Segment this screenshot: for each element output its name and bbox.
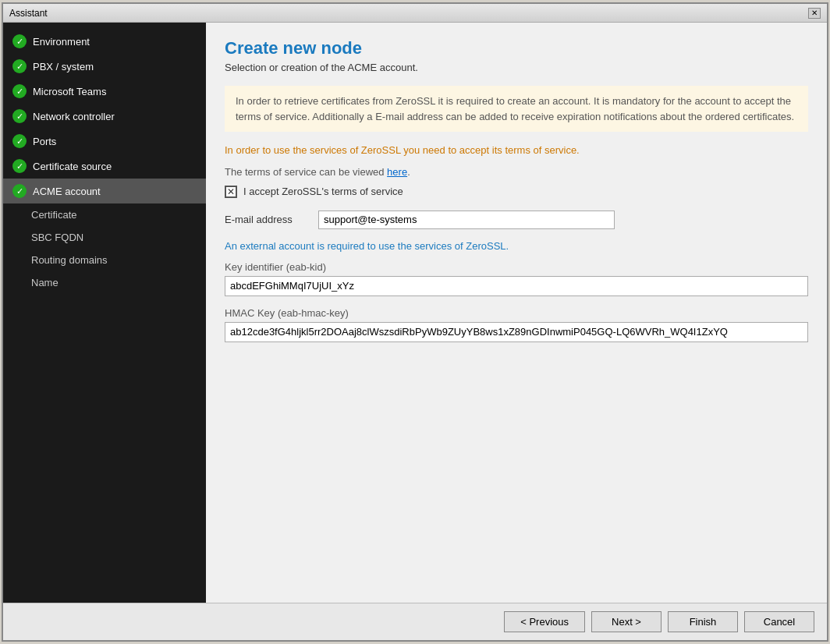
- checkbox-label: I accept ZeroSSL's terms of service: [243, 186, 403, 197]
- sidebar-label-pbx: PBX / system: [33, 61, 94, 73]
- sidebar-item-environment[interactable]: ✓ Environment: [3, 29, 206, 54]
- sidebar-item-certificate[interactable]: Certificate: [3, 203, 206, 226]
- sidebar-item-name[interactable]: Name: [3, 271, 206, 294]
- cancel-button[interactable]: Cancel: [744, 611, 814, 632]
- sidebar-label-ms-teams: Microsoft Teams: [33, 86, 106, 97]
- sidebar-item-network-controller[interactable]: ✓ Network controller: [3, 104, 206, 129]
- sidebar-label-certificate: Certificate: [31, 209, 77, 221]
- sidebar-label-routing-domains: Routing domains: [31, 254, 108, 266]
- check-icon-acme-account: ✓: [12, 184, 27, 198]
- tos-prefix-text: The terms of service can be viewed: [225, 166, 387, 178]
- info-box: In order to retrieve certificates from Z…: [225, 86, 808, 132]
- check-icon-network-controller: ✓: [12, 109, 27, 123]
- sidebar-label-environment: Environment: [33, 36, 90, 48]
- window-title: Assistant: [9, 8, 48, 19]
- page-title: Create new node: [225, 38, 808, 58]
- sidebar-label-network-controller: Network controller: [33, 111, 115, 122]
- sidebar-item-routing-domains[interactable]: Routing domains: [3, 249, 206, 271]
- main-panel: Create new node Selection or creation of…: [206, 23, 827, 603]
- key-id-input[interactable]: [225, 276, 808, 296]
- sidebar-label-name: Name: [31, 277, 59, 288]
- main-window: Assistant ✕ ✓ Environment ✓ PBX / system…: [2, 2, 828, 642]
- key-id-label: Key identifier (eab-kid): [225, 261, 808, 273]
- previous-button[interactable]: < Previous: [504, 611, 585, 632]
- hmac-key-group: HMAC Key (eab-hmac-key): [225, 307, 808, 342]
- info-text: In order to retrieve certificates from Z…: [236, 95, 794, 122]
- title-bar: Assistant ✕: [3, 4, 827, 23]
- check-icon-environment: ✓: [12, 34, 27, 48]
- sidebar-item-ports[interactable]: ✓ Ports: [3, 129, 206, 154]
- check-icon-ms-teams: ✓: [12, 84, 27, 98]
- check-icon-pbx: ✓: [12, 59, 27, 73]
- content-area: ✓ Environment ✓ PBX / system ✓ Microsoft…: [3, 23, 827, 603]
- checkbox-row[interactable]: ✕ I accept ZeroSSL's terms of service: [225, 186, 808, 198]
- tos-checkbox[interactable]: ✕: [225, 186, 237, 198]
- tos-link[interactable]: here: [387, 166, 407, 178]
- sidebar-label-cert-source: Certificate source: [33, 161, 112, 172]
- sidebar-item-ms-teams[interactable]: ✓ Microsoft Teams: [3, 79, 206, 104]
- email-row: E-mail address: [225, 211, 808, 229]
- sidebar-item-pbx[interactable]: ✓ PBX / system: [3, 54, 206, 79]
- sidebar-item-acme-account[interactable]: ✓ ACME account: [3, 179, 206, 203]
- check-icon-ports: ✓: [12, 134, 27, 148]
- page-subtitle: Selection or creation of the ACME accoun…: [225, 62, 808, 73]
- hmac-key-input[interactable]: [225, 322, 808, 342]
- tos-link-line: The terms of service can be viewed here.: [225, 166, 808, 178]
- email-label: E-mail address: [225, 214, 318, 225]
- sidebar-label-acme-account: ACME account: [33, 186, 101, 197]
- sidebar-label-sbc-fqdn: SBC FQDN: [31, 232, 83, 243]
- sidebar-item-cert-source[interactable]: ✓ Certificate source: [3, 154, 206, 179]
- key-id-group: Key identifier (eab-kid): [225, 261, 808, 296]
- check-icon-cert-source: ✓: [12, 159, 27, 173]
- finish-button[interactable]: Finish: [668, 611, 738, 632]
- sidebar-item-sbc-fqdn[interactable]: SBC FQDN: [3, 226, 206, 249]
- sidebar: ✓ Environment ✓ PBX / system ✓ Microsoft…: [3, 23, 206, 603]
- close-button[interactable]: ✕: [808, 8, 821, 19]
- external-account-note: An external account is required to use t…: [225, 240, 808, 252]
- email-input[interactable]: [318, 211, 615, 229]
- hmac-key-label: HMAC Key (eab-hmac-key): [225, 307, 808, 319]
- warning-text: In order to use the services of ZeroSSL …: [225, 143, 808, 158]
- next-button[interactable]: Next >: [591, 611, 662, 632]
- sidebar-label-ports: Ports: [33, 136, 56, 147]
- footer: < Previous Next > Finish Cancel: [3, 603, 827, 640]
